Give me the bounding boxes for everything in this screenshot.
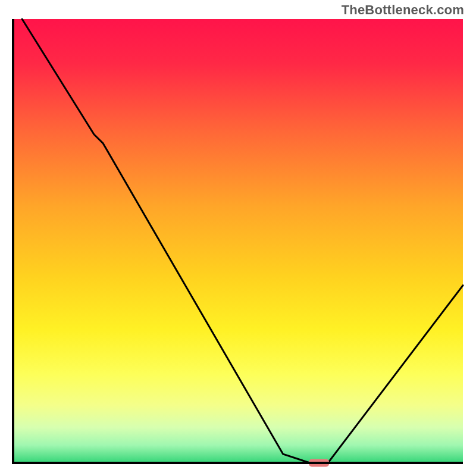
bottleneck-chart [0,0,476,476]
watermark-text: TheBottleneck.com [342,2,464,18]
plot-background [13,19,463,463]
chart-container: TheBottleneck.com [0,0,476,476]
